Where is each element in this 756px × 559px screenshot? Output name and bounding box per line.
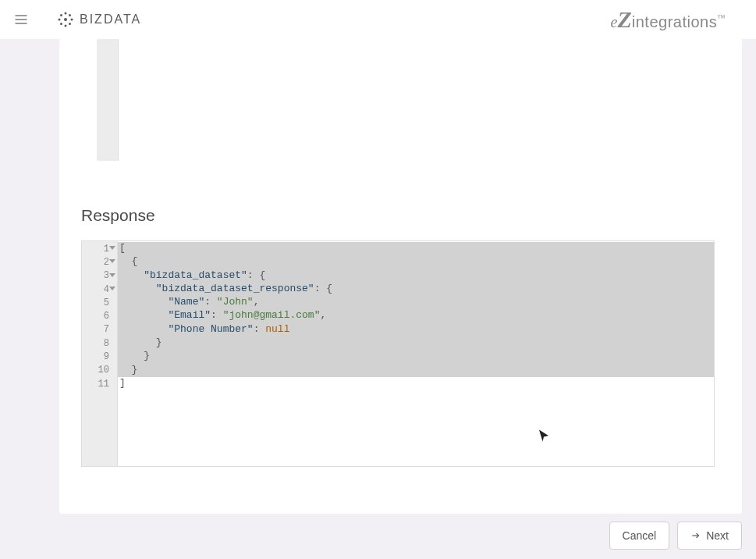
app-header: BIZDATA eZintegrations™	[0, 0, 756, 39]
upper-editor-gutter	[97, 39, 119, 161]
cancel-button[interactable]: Cancel	[609, 522, 670, 550]
response-code-editor[interactable]: 1234567891011 [ { "bizdata_dataset": { "…	[81, 240, 715, 467]
code-content[interactable]: [ { "bizdata_dataset": { "bizdata_datase…	[118, 241, 714, 466]
fold-icon[interactable]	[109, 259, 115, 263]
gutter-line: 4	[82, 283, 117, 296]
bizdata-logo: BIZDATA	[56, 10, 141, 29]
gutter-line: 7	[82, 323, 117, 336]
code-line[interactable]: [	[118, 242, 714, 255]
ezintegrations-logo: eZintegrations™	[611, 6, 725, 33]
gutter-line: 2	[82, 255, 117, 269]
svg-point-4	[65, 12, 67, 15]
svg-point-9	[69, 14, 71, 16]
response-heading: Response	[81, 206, 155, 225]
svg-point-3	[64, 18, 67, 21]
fold-icon[interactable]	[109, 273, 115, 277]
bizdata-logo-text: BIZDATA	[80, 12, 141, 27]
svg-point-11	[69, 23, 71, 25]
fold-icon[interactable]	[109, 287, 115, 290]
cancel-button-label: Cancel	[623, 529, 657, 542]
code-line[interactable]: "Email": "john@gmail.com",	[118, 309, 714, 322]
arrow-right-icon	[690, 530, 701, 541]
spark-icon	[56, 10, 75, 29]
gutter-line: 11	[82, 377, 117, 390]
gutter-line: 6	[82, 309, 117, 322]
svg-point-8	[60, 14, 62, 16]
code-line[interactable]: ]	[118, 377, 714, 390]
next-button[interactable]: Next	[677, 522, 742, 550]
code-line[interactable]: "bizdata_dataset_response": {	[118, 283, 714, 296]
hamburger-icon	[13, 12, 29, 27]
code-line[interactable]: "Phone Number": null	[118, 323, 714, 336]
footer-actions: Cancel Next	[0, 512, 756, 559]
gutter-line: 10	[82, 364, 117, 377]
gutter-line: 1	[82, 242, 117, 255]
svg-point-5	[65, 25, 67, 27]
gutter-line: 3	[82, 269, 117, 283]
gutter-line: 5	[82, 296, 117, 309]
mouse-cursor-icon	[537, 429, 551, 446]
code-line[interactable]: }	[118, 364, 714, 377]
svg-point-7	[71, 19, 73, 21]
menu-button[interactable]	[9, 8, 33, 31]
code-line[interactable]: {	[118, 255, 714, 269]
code-line[interactable]: "Name": "John",	[118, 296, 714, 309]
svg-point-10	[60, 23, 62, 25]
svg-point-6	[59, 19, 61, 21]
code-gutter: 1234567891011	[82, 241, 118, 466]
gutter-line: 8	[82, 336, 117, 350]
code-line[interactable]: }	[118, 336, 714, 350]
fold-icon[interactable]	[109, 246, 115, 250]
next-button-label: Next	[706, 529, 729, 542]
gutter-line: 9	[82, 350, 117, 363]
main-card: Response 1234567891011 [ { "bizdata_data…	[59, 39, 742, 514]
code-line[interactable]: "bizdata_dataset": {	[118, 269, 714, 283]
code-line[interactable]: }	[118, 350, 714, 363]
